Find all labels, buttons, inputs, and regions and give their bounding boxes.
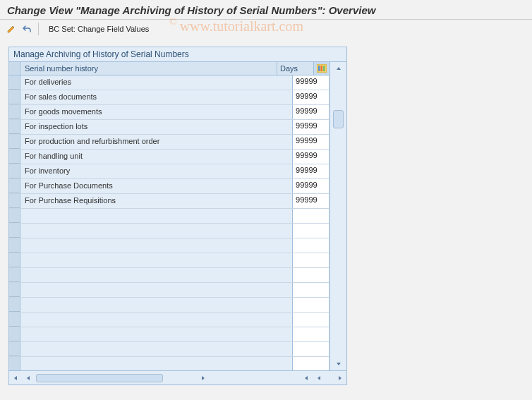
row-selector[interactable] — [9, 342, 20, 356]
row-selector[interactable] — [9, 283, 20, 297]
cell-history: For inventory — [20, 164, 293, 178]
page-title: Change View "Manage Archiving of History… — [0, 0, 532, 20]
row-selector[interactable] — [9, 224, 20, 238]
hscroll2-left-start-icon[interactable] — [300, 371, 313, 384]
days-input[interactable] — [296, 195, 326, 204]
cell-days — [293, 313, 330, 327]
table-row — [9, 298, 330, 313]
days-input[interactable] — [296, 107, 326, 115]
table-row — [9, 268, 330, 283]
table-row — [9, 313, 330, 327]
hscroll2-left-icon[interactable] — [313, 371, 325, 384]
vertical-scrollbar[interactable] — [330, 62, 346, 370]
row-selector[interactable] — [9, 357, 20, 370]
hscroll-left-icon[interactable] — [22, 371, 35, 384]
days-input[interactable] — [296, 240, 326, 248]
cell-days — [293, 268, 330, 282]
undo-icon[interactable] — [20, 22, 34, 36]
cell-days — [293, 342, 330, 356]
cell-days — [293, 283, 330, 297]
cell-days — [293, 298, 330, 312]
table-row: For handling unit — [9, 150, 330, 164]
table-row: For goods movements — [9, 105, 330, 120]
hscroll-thumb-1[interactable] — [36, 374, 163, 382]
cell-history: For deliveries — [20, 75, 293, 90]
cell-history — [20, 238, 293, 253]
vscroll-track[interactable] — [330, 75, 346, 358]
column-header-history[interactable]: Serial number history — [20, 62, 277, 75]
row-selector[interactable] — [9, 179, 20, 193]
days-input[interactable] — [296, 166, 326, 174]
hscroll2-right-icon[interactable] — [334, 371, 346, 384]
cell-days — [293, 150, 330, 164]
grid-body: For deliveriesFor sales documentsFor goo… — [9, 75, 330, 370]
table-row — [9, 357, 330, 370]
bc-set-button[interactable]: BC Set: Change Field Values — [43, 23, 155, 35]
cell-days — [293, 90, 330, 104]
days-input[interactable] — [296, 151, 326, 159]
days-input[interactable] — [296, 329, 326, 337]
row-selector[interactable] — [9, 209, 20, 223]
cell-history — [20, 268, 293, 282]
horizontal-scrollbar[interactable] — [8, 371, 347, 385]
days-input[interactable] — [296, 136, 326, 145]
column-header-days[interactable]: Days — [277, 62, 314, 75]
scroll-down-icon[interactable] — [330, 358, 346, 370]
row-selector[interactable] — [9, 105, 20, 119]
table-row: For deliveries — [9, 75, 330, 90]
cell-days — [293, 75, 330, 90]
days-input[interactable] — [296, 358, 326, 367]
row-selector[interactable] — [9, 313, 20, 327]
cell-days — [293, 120, 330, 134]
days-input[interactable] — [296, 255, 326, 263]
row-selector[interactable] — [9, 150, 20, 164]
days-input[interactable] — [296, 210, 326, 219]
toggle-change-icon[interactable] — [4, 22, 18, 36]
row-selector[interactable] — [9, 135, 20, 149]
row-selector[interactable] — [9, 253, 20, 267]
row-selector[interactable] — [9, 75, 20, 90]
days-input[interactable] — [296, 77, 326, 85]
days-input[interactable] — [296, 284, 326, 293]
table-row: For Purchase Documents — [9, 179, 330, 194]
hscroll-track-1[interactable] — [35, 373, 197, 383]
row-selector[interactable] — [9, 194, 20, 208]
cell-history: For handling unit — [20, 150, 293, 164]
cell-history: For production and refurbishment order — [20, 135, 293, 149]
configure-columns-icon[interactable] — [314, 62, 330, 75]
row-selector[interactable] — [9, 120, 20, 134]
days-input[interactable] — [296, 181, 326, 189]
vscroll-thumb[interactable] — [333, 110, 344, 128]
cell-history — [20, 209, 293, 223]
row-selector[interactable] — [9, 164, 20, 178]
cell-history — [20, 298, 293, 312]
cell-history: For sales documents — [20, 90, 293, 104]
days-input[interactable] — [296, 225, 326, 234]
table-row — [9, 342, 330, 357]
scroll-up-icon[interactable] — [330, 62, 346, 75]
days-input[interactable] — [296, 299, 326, 308]
row-selector[interactable] — [9, 238, 20, 253]
cell-days — [293, 164, 330, 178]
table-row: For Purchase Requisitions — [9, 194, 330, 209]
cell-history — [20, 283, 293, 297]
row-selector[interactable] — [9, 298, 20, 312]
days-input[interactable] — [296, 344, 326, 352]
row-selector[interactable] — [9, 268, 20, 282]
hscroll-left-start-icon[interactable] — [9, 371, 22, 384]
table-row — [9, 209, 330, 224]
select-all-handle[interactable] — [9, 62, 20, 75]
days-input[interactable] — [296, 121, 326, 130]
table-row — [9, 253, 330, 268]
days-input[interactable] — [296, 269, 326, 278]
row-selector[interactable] — [9, 327, 20, 341]
cell-days — [293, 179, 330, 193]
table-row: For sales documents — [9, 90, 330, 105]
hscroll-track-2[interactable] — [325, 373, 334, 383]
days-input[interactable] — [296, 314, 326, 322]
days-input[interactable] — [296, 92, 326, 100]
table-row — [9, 327, 330, 342]
row-selector[interactable] — [9, 90, 20, 104]
cell-history — [20, 313, 293, 327]
hscroll-right-icon[interactable] — [197, 371, 210, 384]
